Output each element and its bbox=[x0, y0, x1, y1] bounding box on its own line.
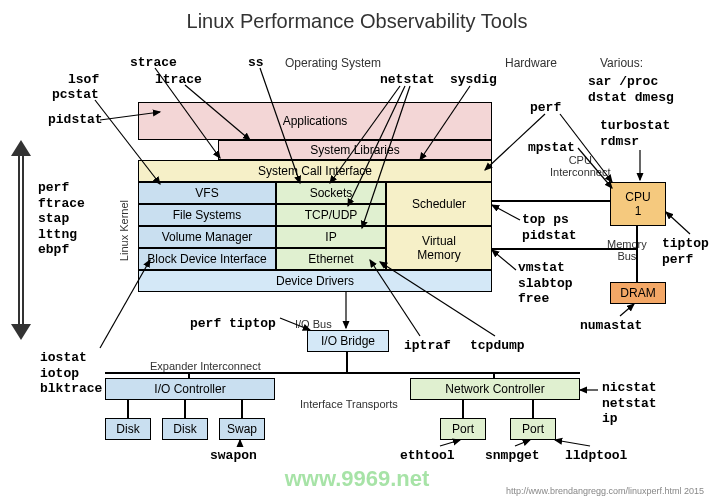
box-cpu: CPU 1 bbox=[610, 182, 666, 226]
bus-expander bbox=[105, 372, 580, 374]
svg-line-24 bbox=[515, 440, 530, 446]
bus-cpu-dram bbox=[636, 226, 638, 282]
tool-iostat: iostat iotop blktrace bbox=[40, 350, 102, 397]
tool-pidstat: pidstat bbox=[48, 112, 103, 128]
label-cpu-interconnect: CPU Interconnect bbox=[550, 154, 611, 178]
bus-port1-stub bbox=[462, 400, 464, 418]
bus-vm-dram-h bbox=[492, 248, 638, 250]
tool-netstat: netstat bbox=[380, 72, 435, 88]
svg-line-25 bbox=[555, 440, 590, 446]
box-disk-2: Disk bbox=[162, 418, 208, 440]
label-iobus: I/O Bus bbox=[295, 318, 332, 330]
box-sockets: Sockets bbox=[276, 182, 386, 204]
tool-perf-tiptop: perf tiptop bbox=[190, 316, 276, 332]
tool-perf: perf bbox=[530, 100, 561, 116]
bus-disk2-stub bbox=[184, 400, 186, 418]
tool-sysdig: sysdig bbox=[450, 72, 497, 88]
box-ethernet: Ethernet bbox=[276, 248, 386, 270]
bus-sched-cpu bbox=[492, 200, 610, 202]
bus-swap-stub bbox=[241, 400, 243, 418]
svg-line-15 bbox=[492, 250, 516, 270]
tool-lsof: lsof bbox=[68, 72, 99, 88]
vertical-range-arrow bbox=[12, 140, 30, 340]
box-scheduler: Scheduler bbox=[386, 182, 492, 226]
box-ioctrl: I/O Controller bbox=[105, 378, 275, 400]
tool-tiptop-perf: tiptop perf bbox=[662, 236, 709, 267]
tool-snmpget: snmpget bbox=[485, 448, 540, 464]
box-port-2: Port bbox=[510, 418, 556, 440]
bus-ioctrl-stub bbox=[188, 372, 190, 378]
box-netctrl: Network Controller bbox=[410, 378, 580, 400]
svg-line-23 bbox=[440, 440, 460, 446]
tool-lldptool: lldptool bbox=[565, 448, 627, 464]
box-vfs: VFS bbox=[138, 182, 276, 204]
svg-line-14 bbox=[666, 212, 690, 234]
bus-disk1-stub bbox=[127, 400, 129, 418]
tool-ltrace: ltrace bbox=[155, 72, 202, 88]
tool-mpstat: mpstat bbox=[528, 140, 575, 156]
label-expander: Expander Interconnect bbox=[150, 360, 261, 372]
tool-numastat: numastat bbox=[580, 318, 642, 334]
box-tcpudp: TCP/UDP bbox=[276, 204, 386, 226]
tool-turbostat: turbostat rdmsr bbox=[600, 118, 670, 149]
bus-port2-stub bbox=[532, 400, 534, 418]
label-interface: Interface Transports bbox=[300, 398, 398, 410]
box-ip: IP bbox=[276, 226, 386, 248]
tool-top-ps: top ps pidstat bbox=[522, 212, 577, 243]
svg-line-13 bbox=[492, 205, 520, 220]
tool-swapon: swapon bbox=[210, 448, 257, 464]
tool-sar-proc: sar /proc dstat dmesg bbox=[588, 74, 674, 105]
bus-netctrl-stub bbox=[493, 372, 495, 378]
page-title: Linux Performance Observability Tools bbox=[0, 10, 714, 33]
box-volmgr: Volume Manager bbox=[138, 226, 276, 248]
tool-perf-ftrace: perf ftrace stap lttng ebpf bbox=[38, 180, 85, 258]
box-blockdev: Block Device Interface bbox=[138, 248, 276, 270]
tool-tcpdump: tcpdump bbox=[470, 338, 525, 354]
svg-line-16 bbox=[620, 304, 634, 316]
box-disk-1: Disk bbox=[105, 418, 151, 440]
box-swap: Swap bbox=[219, 418, 265, 440]
label-linux-kernel: Linux Kernel bbox=[118, 200, 130, 261]
tool-iptraf: iptraf bbox=[404, 338, 451, 354]
tool-vmstat: vmstat slabtop free bbox=[518, 260, 573, 307]
box-dram: DRAM bbox=[610, 282, 666, 304]
label-os: Operating System bbox=[285, 56, 381, 70]
box-applications: Applications bbox=[138, 102, 492, 140]
label-memory-bus: Memory Bus bbox=[607, 238, 647, 262]
tool-ethtool: ethtool bbox=[400, 448, 455, 464]
label-hardware: Hardware bbox=[505, 56, 557, 70]
tool-pcstat: pcstat bbox=[52, 87, 99, 103]
box-syslibs: System Libraries bbox=[218, 140, 492, 160]
tool-nicstat: nicstat netstat ip bbox=[602, 380, 657, 427]
label-various: Various: bbox=[600, 56, 643, 70]
box-fs: File Systems bbox=[138, 204, 276, 226]
box-virtmem: Virtual Memory bbox=[386, 226, 492, 270]
box-port-1: Port bbox=[440, 418, 486, 440]
tool-ss: ss bbox=[248, 55, 264, 71]
citation: http://www.brendangregg.com/linuxperf.ht… bbox=[506, 486, 704, 496]
tool-strace: strace bbox=[130, 55, 177, 71]
box-devdrv: Device Drivers bbox=[138, 270, 492, 292]
bus-iobridge-down bbox=[346, 352, 348, 372]
box-iobridge: I/O Bridge bbox=[307, 330, 389, 352]
box-syscall: System Call Interface bbox=[138, 160, 492, 182]
